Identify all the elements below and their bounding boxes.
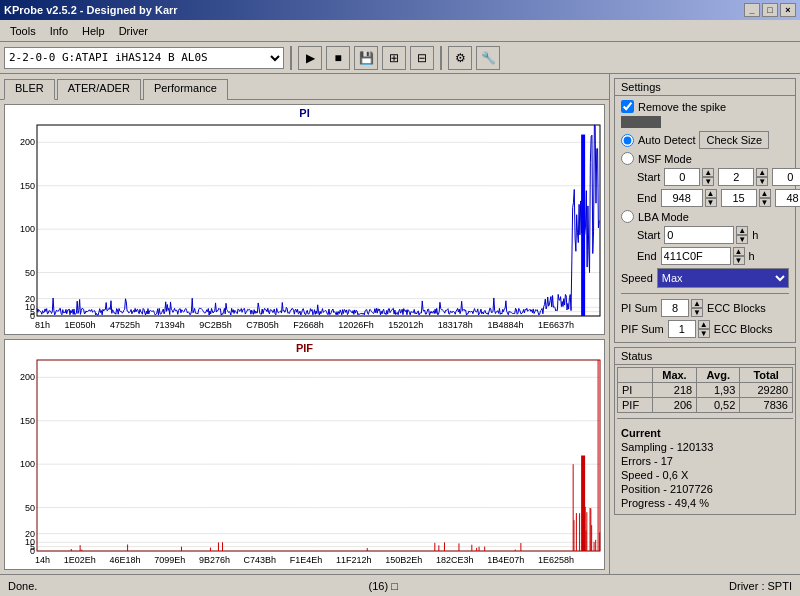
pi-x-0: 81h xyxy=(35,320,50,334)
pi-x-11: 1E6637h xyxy=(538,320,574,334)
pif-x-4: 9B276h xyxy=(199,555,230,569)
drive-dropdown[interactable]: 2-2-0-0 G:ATAPI iHAS124 B AL0S xyxy=(4,47,284,69)
lba-end-label: End xyxy=(637,250,657,262)
zoom-in-button[interactable]: ⊞ xyxy=(382,46,406,70)
status-title: Status xyxy=(615,348,795,365)
pi-x-4: 9C2B5h xyxy=(199,320,232,334)
status-header-row: Max. Avg. Total xyxy=(618,368,793,383)
save-button[interactable]: 💾 xyxy=(354,46,378,70)
menu-driver[interactable]: Driver xyxy=(113,23,154,39)
speed-dropdown[interactable]: Max 1x 2x 4x xyxy=(657,268,789,288)
pi-x-9: 183178h xyxy=(438,320,473,334)
pi-chart-title: PI xyxy=(5,105,604,121)
pi-chart-container: PI 81h 1E050h 47525h 71394h 9C2B5h C7B05… xyxy=(4,104,605,335)
window-controls: _ □ × xyxy=(744,3,796,17)
msf-end-spinbtn-0[interactable]: ▲▼ xyxy=(705,189,717,207)
pi-sum-row: PI Sum ▲▼ ECC Blocks xyxy=(621,299,789,317)
status-bar-right: Driver : SPTI xyxy=(729,580,792,592)
stop-button[interactable]: ■ xyxy=(326,46,350,70)
menu-help[interactable]: Help xyxy=(76,23,111,39)
col-header-empty xyxy=(618,368,653,383)
msf-end-spinbtn-1[interactable]: ▲▼ xyxy=(759,189,771,207)
tab-bler[interactable]: BLER xyxy=(4,79,55,100)
pif-x-0: 14h xyxy=(35,555,50,569)
pi-x-5: C7B05h xyxy=(246,320,279,334)
speed-row-status: Speed - 0,6 X xyxy=(621,468,789,482)
msf-start-input-0[interactable] xyxy=(664,168,700,186)
remove-spike-checkbox[interactable] xyxy=(621,100,634,113)
pi-x-2: 47525h xyxy=(110,320,140,334)
menu-info[interactable]: Info xyxy=(44,23,74,39)
current-label: Current xyxy=(621,426,789,440)
msf-end-input-2[interactable] xyxy=(775,189,800,207)
settings-button[interactable]: ⚙ xyxy=(448,46,472,70)
msf-end-input-0[interactable] xyxy=(661,189,703,207)
status-pi-max: 218 xyxy=(652,383,696,398)
settings-group: Settings Remove the spike Auto Detect Ch… xyxy=(614,78,796,343)
status-table: Max. Avg. Total PI 218 1,93 29280 PIF 20… xyxy=(617,367,793,413)
lba-end-h: h xyxy=(749,250,755,262)
pi-chart-body xyxy=(5,121,604,320)
status-pif-avg: 0,52 xyxy=(697,398,740,413)
pi-x-10: 1B4884h xyxy=(487,320,523,334)
tool-button[interactable]: 🔧 xyxy=(476,46,500,70)
lba-end-input[interactable] xyxy=(661,247,731,265)
pi-sum-input[interactable] xyxy=(661,299,689,317)
msf-start-spinbtn-1[interactable]: ▲▼ xyxy=(756,168,768,186)
spike-color-swatch xyxy=(621,116,661,128)
pif-x-5: C743Bh xyxy=(244,555,277,569)
lba-start-row: Start ▲▼ h xyxy=(621,226,789,244)
pif-x-1: 1E02Eh xyxy=(64,555,96,569)
col-header-avg: Avg. xyxy=(697,368,740,383)
check-size-button[interactable]: Check Size xyxy=(699,131,769,149)
close-button[interactable]: × xyxy=(780,3,796,17)
pi-x-3: 71394h xyxy=(155,320,185,334)
msf-start-input-2[interactable] xyxy=(772,168,800,186)
status-content: Max. Avg. Total PI 218 1,93 29280 PIF 20… xyxy=(615,365,795,514)
window-title: KProbe v2.5.2 - Designed by Karr xyxy=(4,4,178,16)
status-group: Status Max. Avg. Total PI 218 1,93 29280 xyxy=(614,347,796,515)
msf-end-row: End ▲▼ ▲▼ ▲▼ xyxy=(621,189,789,207)
tab-ater-ader[interactable]: ATER/ADER xyxy=(57,79,141,100)
lba-start-input[interactable] xyxy=(664,226,734,244)
minimize-button[interactable]: _ xyxy=(744,3,760,17)
lba-end-row: End ▲▼ h xyxy=(621,247,789,265)
lba-mode-radio[interactable] xyxy=(621,210,634,223)
menu-tools[interactable]: Tools xyxy=(4,23,42,39)
pif-x-9: 182CE3h xyxy=(436,555,474,569)
msf-start-spin-0: ▲▼ xyxy=(664,168,714,186)
maximize-button[interactable]: □ xyxy=(762,3,778,17)
msf-start-spin-1: ▲▼ xyxy=(718,168,768,186)
zoom-out-button[interactable]: ⊟ xyxy=(410,46,434,70)
pif-sum-spinbtn[interactable]: ▲▼ xyxy=(698,320,710,338)
pif-chart-title: PIF xyxy=(5,340,604,356)
msf-start-input-1[interactable] xyxy=(718,168,754,186)
pif-sum-row: PIF Sum ▲▼ ECC Blocks xyxy=(621,320,789,338)
divider-1 xyxy=(621,293,789,294)
msf-start-spinbtn-0[interactable]: ▲▼ xyxy=(702,168,714,186)
settings-title: Settings xyxy=(615,79,795,96)
pif-x-11: 1E6258h xyxy=(538,555,574,569)
msf-mode-radio[interactable] xyxy=(621,152,634,165)
play-button[interactable]: ▶ xyxy=(298,46,322,70)
lba-end-spinbtn[interactable]: ▲▼ xyxy=(733,247,745,265)
menu-bar: Tools Info Help Driver xyxy=(0,20,800,42)
pif-sum-input[interactable] xyxy=(668,320,696,338)
status-bar-center: (16) □ xyxy=(369,580,398,592)
tab-performance[interactable]: Performance xyxy=(143,79,228,100)
drive-selector[interactable]: 2-2-0-0 G:ATAPI iHAS124 B AL0S xyxy=(4,47,284,69)
auto-detect-radio[interactable] xyxy=(621,134,634,147)
pif-sum-spin: ▲▼ xyxy=(668,320,710,338)
status-pi-avg: 1,93 xyxy=(697,383,740,398)
pi-x-6: F2668h xyxy=(293,320,324,334)
lba-start-label: Start xyxy=(637,229,660,241)
status-pif-max: 206 xyxy=(652,398,696,413)
lba-start-spinbtn[interactable]: ▲▼ xyxy=(736,226,748,244)
msf-end-input-1[interactable] xyxy=(721,189,757,207)
msf-start-spin-2: ▲▼ xyxy=(772,168,800,186)
msf-mode-label: MSF Mode xyxy=(638,153,692,165)
lba-start-spin: ▲▼ xyxy=(664,226,748,244)
status-bar-left: Done. xyxy=(8,580,37,592)
pif-x-2: 46E18h xyxy=(109,555,140,569)
pi-sum-spinbtn[interactable]: ▲▼ xyxy=(691,299,703,317)
